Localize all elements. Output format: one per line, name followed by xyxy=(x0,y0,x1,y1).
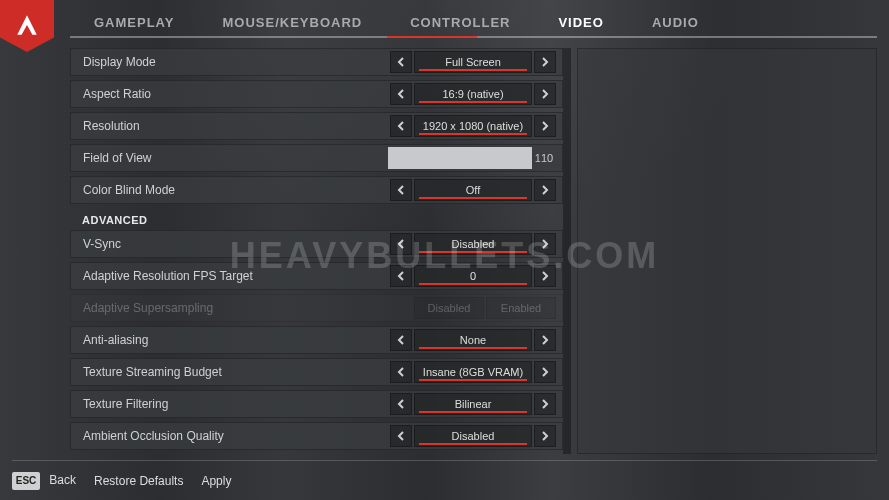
tab-video[interactable]: VIDEO xyxy=(534,7,627,36)
footer-bar: ESC Back Restore Defaults Apply xyxy=(12,460,877,500)
settings-tabs: GAMEPLAY MOUSE/KEYBOARD CONTROLLER VIDEO… xyxy=(70,0,877,36)
setting-value: 16:9 (native) xyxy=(414,83,532,105)
back-button[interactable]: ESC Back xyxy=(12,472,76,490)
chevron-left-icon[interactable] xyxy=(390,115,412,137)
setting-label: Resolution xyxy=(83,119,390,133)
chevron-right-icon[interactable] xyxy=(534,115,556,137)
setting-label: Texture Streaming Budget xyxy=(83,365,390,379)
setting-label: Adaptive Resolution FPS Target xyxy=(83,269,390,283)
chevron-left-icon[interactable] xyxy=(390,393,412,415)
setting-value: Disabled xyxy=(414,233,532,255)
option-enabled: Enabled xyxy=(486,297,556,319)
setting-label: Field of View xyxy=(83,151,388,165)
chevron-left-icon[interactable] xyxy=(390,233,412,255)
setting-label: Color Blind Mode xyxy=(83,183,390,197)
chevron-left-icon[interactable] xyxy=(390,361,412,383)
setting-label: Adaptive Supersampling xyxy=(83,301,414,315)
section-advanced: ADVANCED xyxy=(70,208,563,230)
setting-label: V-Sync xyxy=(83,237,390,251)
restore-defaults-button[interactable]: Restore Defaults xyxy=(94,474,183,488)
setting-label: Texture Filtering xyxy=(83,397,390,411)
esc-key-icon: ESC xyxy=(12,472,40,490)
setting-label: Anti-aliasing xyxy=(83,333,390,347)
chevron-right-icon[interactable] xyxy=(534,179,556,201)
apply-button[interactable]: Apply xyxy=(201,474,231,488)
tab-underline xyxy=(70,36,877,38)
chevron-right-icon[interactable] xyxy=(534,83,556,105)
chevron-right-icon[interactable] xyxy=(534,329,556,351)
setting-value: Insane (8GB VRAM) xyxy=(414,361,532,383)
chevron-left-icon[interactable] xyxy=(390,179,412,201)
fov-value: 110 xyxy=(532,152,556,164)
setting-display-mode[interactable]: Display Mode Full Screen xyxy=(70,48,563,76)
setting-value: None xyxy=(414,329,532,351)
chevron-right-icon[interactable] xyxy=(534,265,556,287)
setting-antialiasing[interactable]: Anti-aliasing None xyxy=(70,326,563,354)
setting-description-panel xyxy=(577,48,877,454)
chevron-right-icon[interactable] xyxy=(534,361,556,383)
chevron-right-icon[interactable] xyxy=(534,51,556,73)
setting-label: Display Mode xyxy=(83,55,390,69)
tab-mouse-keyboard[interactable]: MOUSE/KEYBOARD xyxy=(198,7,386,36)
setting-texture-filtering[interactable]: Texture Filtering Bilinear xyxy=(70,390,563,418)
chevron-right-icon[interactable] xyxy=(534,233,556,255)
tab-audio[interactable]: AUDIO xyxy=(628,7,723,36)
tab-controller[interactable]: CONTROLLER xyxy=(386,7,534,36)
setting-value: Bilinear xyxy=(414,393,532,415)
setting-label: Aspect Ratio xyxy=(83,87,390,101)
setting-value: Disabled xyxy=(414,425,532,447)
setting-value: Full Screen xyxy=(414,51,532,73)
setting-texture-budget[interactable]: Texture Streaming Budget Insane (8GB VRA… xyxy=(70,358,563,386)
chevron-right-icon[interactable] xyxy=(534,425,556,447)
setting-resolution[interactable]: Resolution 1920 x 1080 (native) xyxy=(70,112,563,140)
chevron-left-icon[interactable] xyxy=(390,265,412,287)
setting-vsync[interactable]: V-Sync Disabled xyxy=(70,230,563,258)
tab-gameplay[interactable]: GAMEPLAY xyxy=(70,7,198,36)
setting-value: 0 xyxy=(414,265,532,287)
fov-slider[interactable] xyxy=(388,147,532,169)
setting-adaptive-fps[interactable]: Adaptive Resolution FPS Target 0 xyxy=(70,262,563,290)
chevron-left-icon[interactable] xyxy=(390,51,412,73)
setting-ambient-occlusion[interactable]: Ambient Occlusion Quality Disabled xyxy=(70,422,563,450)
chevron-right-icon[interactable] xyxy=(534,393,556,415)
settings-scroll[interactable]: Display Mode Full Screen Aspect Ratio 16… xyxy=(70,48,571,454)
setting-adaptive-supersampling: Adaptive Supersampling Disabled Enabled xyxy=(70,294,563,322)
setting-value: Off xyxy=(414,179,532,201)
setting-label: Ambient Occlusion Quality xyxy=(83,429,390,443)
chevron-left-icon[interactable] xyxy=(390,83,412,105)
setting-fov[interactable]: Field of View 110 xyxy=(70,144,563,172)
setting-value: 1920 x 1080 (native) xyxy=(414,115,532,137)
option-disabled: Disabled xyxy=(414,297,484,319)
chevron-left-icon[interactable] xyxy=(390,329,412,351)
chevron-left-icon[interactable] xyxy=(390,425,412,447)
setting-aspect-ratio[interactable]: Aspect Ratio 16:9 (native) xyxy=(70,80,563,108)
setting-colorblind[interactable]: Color Blind Mode Off xyxy=(70,176,563,204)
